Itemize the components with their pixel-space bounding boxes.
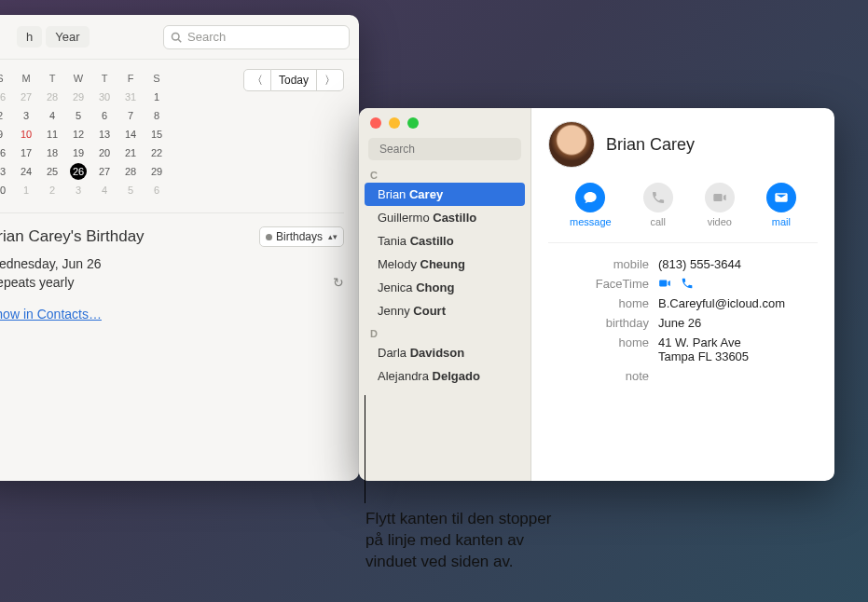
- mobile-value[interactable]: (813) 555-3644: [658, 257, 741, 271]
- day-cell[interactable]: 4: [91, 181, 117, 199]
- birthday-label: birthday: [548, 316, 649, 330]
- dow-cell: T: [39, 69, 65, 88]
- day-cell[interactable]: 3: [65, 181, 91, 199]
- day-cell[interactable]: 28: [117, 162, 144, 181]
- day-cell[interactable]: 6: [144, 181, 170, 199]
- contacts-search[interactable]: [368, 138, 521, 160]
- contact-detail: Brian Carey message call video mail mobi: [531, 108, 834, 481]
- home-address-value[interactable]: 41 W. Park Ave Tampa FL 33605: [658, 335, 749, 363]
- call-action[interactable]: call: [643, 183, 673, 227]
- contact-item[interactable]: Darla Davidson: [365, 341, 525, 364]
- day-cell[interactable]: 23: [0, 162, 13, 181]
- day-cell[interactable]: 27: [91, 162, 117, 181]
- day-cell[interactable]: 3: [13, 106, 39, 125]
- video-icon[interactable]: [658, 277, 671, 290]
- day-cell[interactable]: 12: [65, 125, 91, 144]
- mail-label: mail: [772, 216, 791, 227]
- mobile-label: mobile: [548, 257, 649, 271]
- message-label: message: [570, 216, 612, 227]
- today-button[interactable]: Today: [271, 69, 317, 91]
- minimize-window-button[interactable]: [389, 117, 400, 129]
- search-icon: [171, 32, 182, 43]
- contact-item[interactable]: Guillermo Castillo: [365, 206, 525, 229]
- event-block: Brian Carey's Birthday Birthdays ▴▾ Wedn…: [0, 212, 344, 322]
- calendar-nav: 〈 Today 〉: [243, 69, 344, 91]
- calendar-color-dot: [266, 234, 272, 240]
- day-cell[interactable]: 31: [117, 88, 144, 106]
- mail-action[interactable]: mail: [766, 183, 796, 227]
- day-cell[interactable]: 26: [70, 163, 87, 180]
- callout-caption: Flytt kanten til den stopper på linje me…: [365, 509, 664, 573]
- birthday-value: June 26: [658, 316, 701, 330]
- day-cell[interactable]: 9: [0, 125, 13, 144]
- day-cell[interactable]: 25: [39, 162, 65, 181]
- contact-item[interactable]: Alejandra Delgado: [365, 364, 525, 388]
- mini-month[interactable]: SMTWTFS262728293031123456789101112131415…: [0, 69, 183, 199]
- day-cell[interactable]: 20: [91, 144, 117, 162]
- tab-month[interactable]: h: [17, 26, 42, 48]
- caption-line-2: på linje med kanten av: [365, 530, 664, 552]
- contact-item[interactable]: Jenica Chong: [365, 276, 525, 299]
- day-cell[interactable]: 24: [13, 162, 39, 181]
- day-cell[interactable]: 5: [65, 106, 91, 125]
- day-cell[interactable]: 27: [13, 88, 39, 106]
- contact-item[interactable]: Jenny Court: [365, 299, 525, 322]
- note-label: note: [548, 369, 649, 383]
- day-cell[interactable]: 30: [91, 88, 117, 106]
- mail-icon: [774, 190, 789, 205]
- message-action[interactable]: message: [570, 183, 612, 227]
- contact-list[interactable]: CBrian CareyGuillermo CastilloTania Cast…: [359, 164, 530, 388]
- calendar-select[interactable]: Birthdays ▴▾: [259, 226, 344, 247]
- video-label: video: [708, 216, 732, 227]
- day-cell[interactable]: 11: [39, 125, 65, 144]
- day-cell[interactable]: 21: [117, 144, 144, 162]
- day-cell[interactable]: 30: [0, 181, 13, 199]
- day-cell[interactable]: 13: [91, 125, 117, 144]
- day-cell[interactable]: 18: [39, 144, 65, 162]
- day-cell[interactable]: 16: [0, 144, 13, 162]
- day-cell[interactable]: 1: [13, 181, 39, 199]
- day-cell[interactable]: 26: [0, 88, 13, 106]
- calendar-search[interactable]: Search: [163, 25, 350, 49]
- day-cell[interactable]: 4: [39, 106, 65, 125]
- day-cell[interactable]: 19: [65, 144, 91, 162]
- day-cell[interactable]: 14: [117, 125, 144, 144]
- dow-cell: S: [0, 69, 13, 88]
- day-cell[interactable]: 2: [0, 106, 13, 125]
- day-cell[interactable]: 15: [144, 125, 170, 144]
- next-button[interactable]: 〉: [317, 69, 344, 91]
- facetime-label: FaceTime: [548, 277, 649, 291]
- day-cell[interactable]: 6: [91, 106, 117, 125]
- day-cell[interactable]: 8: [144, 106, 170, 125]
- day-cell[interactable]: 29: [144, 162, 170, 181]
- prev-button[interactable]: 〈: [243, 69, 271, 91]
- repeat-icon[interactable]: ↻: [333, 275, 344, 290]
- tab-year[interactable]: Year: [46, 26, 89, 48]
- day-cell[interactable]: 17: [13, 144, 39, 162]
- contact-item[interactable]: Brian Carey: [365, 183, 525, 206]
- home-email-value[interactable]: B.Careyful@icloud.com: [658, 296, 785, 310]
- day-cell[interactable]: 28: [39, 88, 65, 106]
- zoom-window-button[interactable]: [407, 117, 419, 129]
- close-window-button[interactable]: [370, 117, 381, 129]
- caption-line-1: Flytt kanten til den stopper: [365, 509, 664, 530]
- phone-icon[interactable]: [681, 277, 694, 290]
- svg-point-0: [172, 33, 180, 40]
- phone-icon: [651, 190, 666, 205]
- avatar: [548, 121, 595, 168]
- action-row: message call video mail: [548, 181, 818, 243]
- day-cell[interactable]: 5: [117, 181, 144, 199]
- contact-item[interactable]: Melody Cheung: [365, 253, 525, 276]
- day-cell[interactable]: 29: [65, 88, 91, 106]
- event-title: Brian Carey's Birthday: [0, 227, 145, 246]
- show-in-contacts-link[interactable]: Show in Contacts…: [0, 307, 102, 322]
- day-cell[interactable]: 7: [117, 106, 144, 125]
- video-action[interactable]: video: [705, 183, 735, 227]
- contact-item[interactable]: Tania Castillo: [365, 229, 525, 253]
- day-cell[interactable]: 22: [144, 144, 170, 162]
- day-cell[interactable]: 10: [13, 125, 39, 144]
- dow-cell: M: [13, 69, 39, 88]
- day-cell[interactable]: 1: [144, 88, 170, 106]
- contacts-search-input[interactable]: [379, 143, 519, 156]
- day-cell[interactable]: 2: [39, 181, 65, 199]
